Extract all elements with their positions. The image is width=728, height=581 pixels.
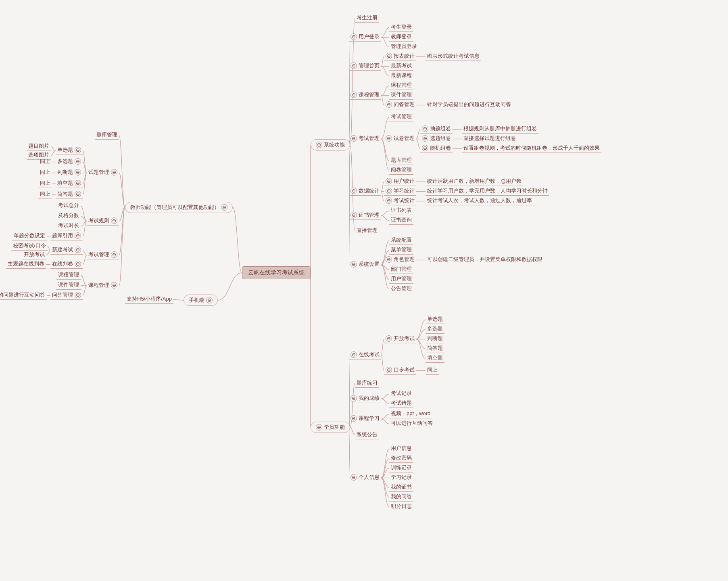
collapse-icon[interactable]: ⊖ xyxy=(350,474,357,481)
leaf-blank-desc: 同上 xyxy=(38,180,52,188)
leaf-new-secret: 秘密考试/口令 xyxy=(11,242,48,251)
leaf-u-exam-p[interactable]: ⊖口令考试 xyxy=(384,366,416,375)
leaf-s-set[interactable]: ⊖系统设置 xyxy=(349,261,381,269)
leaf-u-exam[interactable]: ⊖在线考试 xyxy=(349,351,381,359)
collapse-icon[interactable]: ⊖ xyxy=(350,395,357,401)
leaf-s-exam[interactable]: ⊖考试管理 xyxy=(349,135,381,143)
leaf-courseware: 课件管理 xyxy=(56,281,81,290)
collapse-icon[interactable]: ⊖ xyxy=(350,63,357,69)
collapse-icon[interactable]: ⊖ xyxy=(386,197,392,204)
collapse-icon[interactable]: ⊖ xyxy=(422,125,428,132)
leaf-s-exam2b[interactable]: ⊖选题组卷 xyxy=(420,135,453,143)
leaf-rules-ref-desc: 单题分数设定 xyxy=(12,232,47,240)
leaf-question-mgmt[interactable]: 试题管理⊖ xyxy=(87,169,119,177)
leaf-short-desc: 同上 xyxy=(38,190,52,199)
leaf-u-pf3: 训练记录 xyxy=(389,464,413,472)
collapse-icon[interactable]: ⊖ xyxy=(75,232,81,239)
collapse-icon[interactable]: ⊖ xyxy=(75,191,81,197)
leaf-u-pf[interactable]: ⊖个人信息 xyxy=(349,474,381,482)
collapse-icon[interactable]: ⊖ xyxy=(386,367,392,373)
leaf-home[interactable]: ⊖管理首页 xyxy=(349,62,381,71)
leaf-u-sc2: 考试错题 xyxy=(389,399,413,408)
leaf-single[interactable]: 单选题⊖ xyxy=(56,146,83,155)
leaf-login[interactable]: ⊖用户登录 xyxy=(349,33,381,42)
collapse-icon[interactable]: ⊖ xyxy=(386,256,392,263)
leaf-s-set3[interactable]: ⊖角色管理 xyxy=(384,256,416,264)
branch-teacher[interactable]: 教师功能（管理员可以配置其他功能）⊖ xyxy=(125,202,233,213)
collapse-icon[interactable]: ⊖ xyxy=(350,92,357,98)
leaf-s-exam2bd: 直接选择试题进行组卷 xyxy=(462,135,517,143)
collapse-icon[interactable]: ⊖ xyxy=(111,251,117,258)
collapse-icon[interactable]: ⊖ xyxy=(111,217,117,224)
branch-system[interactable]: ⊖系统功能 xyxy=(311,139,350,150)
collapse-icon[interactable]: ⊖ xyxy=(75,158,81,165)
leaf-s-exam2[interactable]: ⊖试卷管理 xyxy=(384,135,416,143)
collapse-icon[interactable]: ⊖ xyxy=(75,147,81,153)
collapse-icon[interactable]: ⊖ xyxy=(75,292,81,298)
collapse-icon[interactable]: ⊖ xyxy=(350,415,357,422)
collapse-icon[interactable]: ⊖ xyxy=(75,180,81,186)
collapse-icon[interactable]: ⊖ xyxy=(386,135,392,142)
leaf-u-sc[interactable]: ⊖我的成绩 xyxy=(349,395,381,403)
branch-student[interactable]: ⊖学员功能 xyxy=(311,422,350,433)
leaf-s-exam2a[interactable]: ⊖抽题组卷 xyxy=(420,125,453,134)
collapse-icon[interactable]: ⊖ xyxy=(422,145,428,151)
leaf-u-eo5: 填空题 xyxy=(426,354,444,363)
collapse-icon[interactable]: ⊖ xyxy=(350,135,357,142)
collapse-icon[interactable]: ⊖ xyxy=(75,261,81,267)
leaf-qa-desc: 针对学员端提出的问题进行互动问答 xyxy=(0,291,47,300)
collapse-icon[interactable]: ⊖ xyxy=(386,101,392,108)
leaf-s-exam2cd: 设置组卷规则，考试的时候随机组卷，形成千人千面的效果 xyxy=(462,144,601,153)
leaf-s-course[interactable]: ⊖课程管理 xyxy=(349,91,381,100)
root-node: 云帆在线学习考试系统 xyxy=(242,266,311,279)
collapse-icon[interactable]: ⊖ xyxy=(350,212,357,218)
leaf-judge-online-desc: 主观题在线判卷 xyxy=(6,260,46,269)
leaf-qa-mgmt[interactable]: 问答管理⊖ xyxy=(50,291,83,300)
leaf-s-course3[interactable]: ⊖问答管理 xyxy=(384,101,416,109)
leaf-new-exam[interactable]: 新建考试⊖ xyxy=(50,246,83,255)
collapse-icon[interactable]: ⊖ xyxy=(75,247,81,253)
leaf-rules-total: 考试总分 xyxy=(56,202,81,210)
collapse-icon[interactable]: ⊖ xyxy=(316,424,322,431)
collapse-icon[interactable]: ⊖ xyxy=(386,335,392,342)
collapse-icon[interactable]: ⊖ xyxy=(111,169,117,176)
leaf-s-stats[interactable]: ⊖数据统计 xyxy=(349,187,381,196)
leaf-judge-online[interactable]: 在线判卷⊖ xyxy=(50,260,83,269)
collapse-icon[interactable]: ⊖ xyxy=(386,188,392,194)
leaf-u-cs[interactable]: ⊖课程学习 xyxy=(349,415,381,423)
collapse-icon[interactable]: ⊖ xyxy=(75,169,81,176)
collapse-icon[interactable]: ⊖ xyxy=(350,261,357,268)
collapse-icon[interactable]: ⊖ xyxy=(386,53,392,59)
leaf-exam-mgmt[interactable]: 考试管理⊖ xyxy=(87,251,119,259)
leaf-blank[interactable]: 填空题⊖ xyxy=(56,180,83,188)
collapse-icon[interactable]: ⊖ xyxy=(350,351,357,358)
leaf-s-course1: 课程管理 xyxy=(389,82,413,90)
collapse-icon[interactable]: ⊖ xyxy=(350,188,357,194)
leaf-s-stats3[interactable]: ⊖考试统计 xyxy=(384,197,416,205)
collapse-icon[interactable]: ⊖ xyxy=(316,142,322,148)
leaf-s-stats1[interactable]: ⊖用户统计 xyxy=(384,178,416,186)
leaf-register: 考生注册 xyxy=(355,14,379,23)
leaf-u-prac: 题库练习 xyxy=(355,379,379,388)
collapse-icon[interactable]: ⊖ xyxy=(422,135,428,142)
leaf-s-live: 直播管理 xyxy=(355,227,379,235)
leaf-judge[interactable]: 判断题⊖ xyxy=(56,169,83,177)
leaf-multi[interactable]: 多选题⊖ xyxy=(56,158,83,166)
collapse-icon[interactable]: ⊖ xyxy=(350,33,357,40)
leaf-u-exam-o[interactable]: ⊖开放考试 xyxy=(384,335,416,343)
leaf-rules-ref[interactable]: 题库引用⊖ xyxy=(50,232,83,240)
collapse-icon[interactable]: ⊖ xyxy=(111,282,117,288)
mindmap-canvas: 云帆在线学习考试系统 教师功能（管理员可以配置其他功能）⊖ 手机端⊖ 支持H5/… xyxy=(0,0,728,581)
leaf-s-stats2[interactable]: ⊖学习统计 xyxy=(384,187,416,196)
collapse-icon[interactable]: ⊖ xyxy=(221,204,227,211)
collapse-icon[interactable]: ⊖ xyxy=(206,297,213,303)
branch-mobile[interactable]: 手机端⊖ xyxy=(184,295,218,306)
leaf-s-exam2c[interactable]: ⊖随机组卷 xyxy=(420,144,453,153)
leaf-s-cert[interactable]: ⊖证书管理 xyxy=(349,211,381,220)
leaf-home-report[interactable]: ⊖报表统计 xyxy=(384,52,416,61)
leaf-rules[interactable]: 考试规则⊖ xyxy=(87,217,119,226)
collapse-icon[interactable]: ⊖ xyxy=(386,178,392,184)
leaf-course-mgmt[interactable]: 课程管理⊖ xyxy=(87,282,119,290)
leaf-short[interactable]: 简答题⊖ xyxy=(56,190,83,199)
leaf-u-pf7: 积分日志 xyxy=(389,503,413,511)
